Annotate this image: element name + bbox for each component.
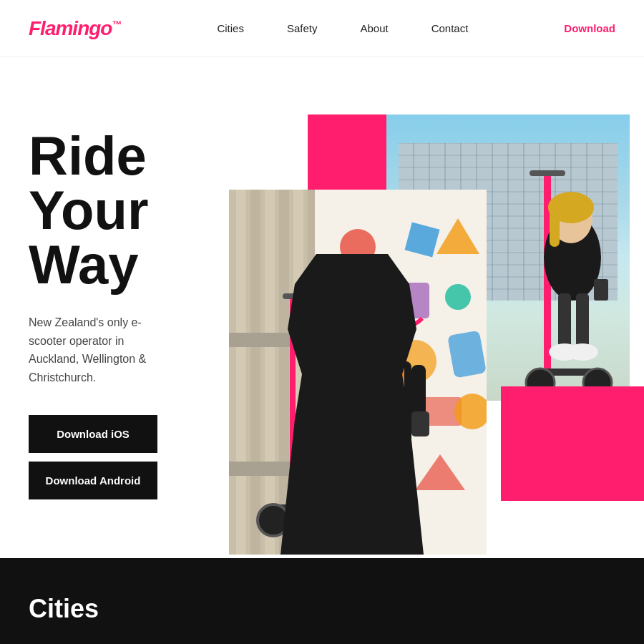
person-silhouette bbox=[280, 254, 424, 555]
logo[interactable]: Flamingo™ bbox=[29, 17, 121, 40]
svg-rect-56 bbox=[411, 411, 429, 436]
nav-contact[interactable]: Contact bbox=[431, 22, 469, 34]
svg-rect-14 bbox=[594, 279, 608, 301]
hero-title: Ride Your Way bbox=[29, 129, 258, 292]
svg-rect-6 bbox=[558, 293, 571, 351]
svg-point-30 bbox=[445, 284, 471, 310]
svg-rect-18 bbox=[265, 190, 275, 555]
hero-text: Ride Your Way New Zealand's only e-scoot… bbox=[29, 86, 258, 499]
cities-section: Cities bbox=[0, 558, 644, 644]
photo-man-scooter bbox=[229, 190, 487, 555]
svg-rect-7 bbox=[576, 293, 589, 351]
nav-cities[interactable]: Cities bbox=[217, 22, 244, 34]
hero-section: Ride Your Way New Zealand's only e-scoot… bbox=[0, 57, 644, 558]
nav-about[interactable]: About bbox=[360, 22, 388, 34]
navigation: Flamingo™ Cities Safety About Contact Do… bbox=[0, 0, 644, 57]
nav-download-link[interactable]: Download bbox=[564, 22, 615, 34]
hero-subtitle: New Zealand's only e-scooter operator in… bbox=[29, 313, 172, 386]
svg-point-9 bbox=[567, 343, 598, 361]
download-ios-button[interactable]: Download iOS bbox=[29, 415, 157, 453]
svg-rect-4 bbox=[530, 170, 565, 176]
logo-superscript: ™ bbox=[112, 18, 121, 29]
nav-links: Cities Safety About Contact bbox=[217, 22, 468, 34]
download-android-button[interactable]: Download Android bbox=[29, 462, 157, 499]
pink-accent-bottom bbox=[501, 386, 644, 501]
svg-rect-12 bbox=[550, 204, 560, 247]
cities-title: Cities bbox=[29, 594, 615, 624]
logo-text: Flamingo bbox=[29, 17, 112, 39]
hero-images bbox=[229, 57, 644, 544]
nav-safety[interactable]: Safety bbox=[287, 22, 318, 34]
